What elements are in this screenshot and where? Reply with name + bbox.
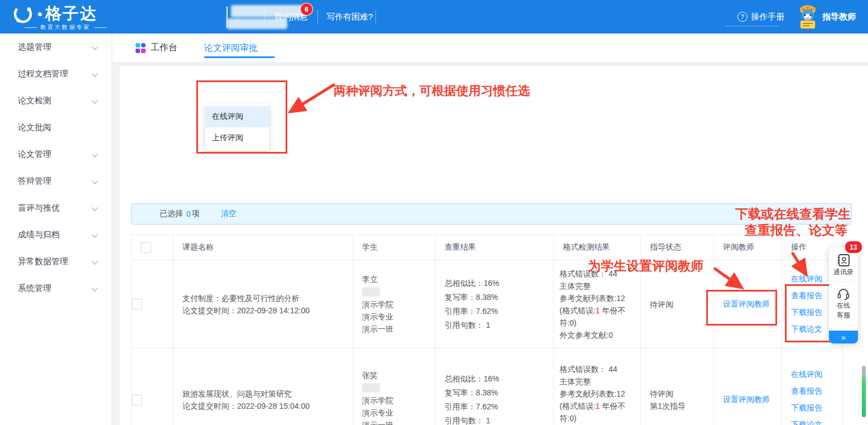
sidebar-item-topic-mgmt[interactable]: 选题管理: [0, 34, 112, 60]
tab-bar: 工作台 论文评阅审批: [112, 34, 868, 63]
logo-icon: [11, 2, 35, 26]
sidebar-item-grades-archive[interactable]: 成绩与归档: [0, 221, 112, 248]
divider: [317, 10, 318, 23]
dup-line: 引用率：7.62%: [445, 400, 553, 414]
selected-suffix: 项: [192, 209, 200, 219]
online-review-link[interactable]: 在线评阅: [791, 370, 842, 380]
col-dup-result: 查重结果: [436, 235, 554, 260]
sidebar-item-paper-check[interactable]: 论文检测: [0, 87, 112, 114]
headset-icon: [836, 286, 851, 301]
divider: [264, 10, 265, 23]
fmt-line: 外文参考文献:0: [560, 329, 640, 341]
tab-workbench[interactable]: 工作台: [136, 42, 177, 54]
view-report-link[interactable]: 查看报告: [791, 386, 842, 397]
fmt-line: 主体完整: [560, 280, 640, 292]
select-all-checkbox[interactable]: [141, 242, 151, 253]
floating-tool-panel: 通讯录 在线 客服 »: [829, 247, 858, 343]
student-major: 演示专业: [362, 407, 435, 419]
dup-line: 总相似比：16%: [445, 276, 553, 290]
tab-paper-review-approval[interactable]: 论文评阅审批: [204, 42, 258, 54]
logo-tagline: 教育大数据专家: [21, 23, 110, 31]
option-upload-review[interactable]: 上传评阅: [205, 127, 269, 149]
col-student: 学生: [353, 235, 436, 260]
dup-line: 引用句数： 1: [445, 414, 553, 425]
col-format-result: 格式检测结果: [554, 235, 641, 260]
clear-selection-link[interactable]: 清空: [221, 209, 237, 219]
manual-link[interactable]: ? 操作手册: [737, 0, 784, 34]
row-checkbox[interactable]: [132, 299, 142, 309]
sidebar-item-blind-review[interactable]: 盲评与推优: [0, 194, 112, 221]
download-paper-link[interactable]: 下载论文: [791, 420, 842, 425]
sidebar-item-abnormal-data[interactable]: 异常数据管理: [0, 248, 112, 275]
row-checkbox[interactable]: [132, 395, 142, 405]
student-college: 演示学院: [362, 298, 435, 311]
chevron-down-icon: [91, 97, 98, 103]
fmt-line: 主体完整: [560, 375, 640, 388]
panel-expand-button[interactable]: »: [829, 331, 858, 343]
col-reviewer: 评阅教师: [714, 235, 782, 260]
question-circle-icon: ?: [737, 12, 748, 22]
table-row: 支付制度：必要性及可行性的分析 论文提交时间：2022-09-28 14:12:…: [132, 260, 843, 348]
screen: 格子达 教育大数据专家 我的消息 6 写作有困难? ? 操作手册: [0, 0, 868, 425]
col-guide-status: 指导状态: [641, 235, 714, 260]
results-table: 课题名称 学生 查重结果 格式检测结果 指导状态 评阅教师 操作 支付制度：必要…: [131, 235, 842, 425]
sidebar-item-process-doc-mgmt[interactable]: 过程文档管理: [0, 60, 112, 87]
top-header: 格子达 教育大数据专家 我的消息 6 写作有困难? ? 操作手册: [0, 0, 868, 34]
submit-time: 论文提交时间：2022-09-28 14:12:00: [182, 304, 353, 317]
selected-prefix: 已选择: [160, 209, 183, 219]
dup-line: 引用率：7.62%: [445, 304, 553, 318]
chevron-down-icon: [91, 285, 98, 291]
fmt-line: 参考文献列表数:12: [560, 388, 640, 400]
divider: [375, 10, 376, 23]
messages-count-badge: 6: [300, 3, 313, 16]
fmt-line: 格式错误数： 44: [560, 363, 640, 375]
option-online-review[interactable]: 在线评阅: [205, 106, 269, 127]
guide-status: 待评阅: [650, 298, 713, 311]
chevron-down-icon: [91, 70, 98, 77]
dup-line: 总相似比：16%: [445, 372, 553, 386]
sidebar-item-paper-mgmt[interactable]: 论文管理: [0, 141, 112, 168]
dup-line: 引用句数： 1: [445, 318, 553, 332]
set-reviewer-link[interactable]: 设置评阅教师: [723, 395, 770, 404]
scrollbar-thumb[interactable]: [862, 366, 866, 417]
blurred-student-id: [362, 383, 380, 393]
sidebar-item-paper-review[interactable]: 论文批阅: [0, 114, 112, 141]
writing-help-link[interactable]: 写作有困难?: [326, 0, 373, 34]
fmt-line: 参考文献列表数:12: [560, 292, 640, 304]
fmt-line: (格式错误:1 年份不符:0): [560, 400, 640, 424]
guide-status: 第1次指导: [650, 400, 713, 412]
col-topic-name: 课题名称: [173, 235, 353, 260]
table-header-row: 课题名称 学生 查重结果 格式检测结果 指导状态 评阅教师 操作: [132, 235, 843, 260]
review-mode-dropdown: 在线评阅 上传评阅: [205, 104, 269, 151]
panel-count-badge: 13: [844, 240, 863, 254]
sidebar-item-system-mgmt[interactable]: 系统管理: [0, 275, 112, 302]
contacts-book-icon: [836, 253, 851, 268]
student-name: 张笑: [362, 369, 435, 381]
chevron-down-icon: [91, 44, 98, 50]
selected-count: 0: [186, 209, 191, 218]
download-report-link[interactable]: 下载报告: [791, 403, 842, 413]
online-service-entry[interactable]: 在线 客服: [829, 286, 858, 320]
guide-status: 待评阅: [650, 388, 713, 400]
selection-info-bar: 已选择 0 项 清空: [131, 203, 852, 225]
student-class: 演示一班: [362, 419, 435, 425]
active-tab-underline: [204, 56, 274, 58]
contacts-entry[interactable]: 通讯录: [829, 253, 858, 277]
sidebar-item-defense-mgmt[interactable]: 答辩管理: [0, 168, 112, 194]
set-reviewer-link[interactable]: 设置评阅教师: [723, 299, 770, 308]
fmt-line: 格式错误数： 44: [560, 268, 640, 280]
chevron-down-icon: [91, 178, 98, 184]
student-name: 李立: [362, 273, 435, 285]
fmt-line: (格式错误:1 年份不符:0): [560, 304, 640, 329]
chevron-down-icon: [91, 231, 98, 237]
student-class: 演示一班: [362, 323, 435, 335]
dup-line: 复写率：8.38%: [445, 290, 553, 304]
guide-teacher-entry[interactable]: 指导教师: [797, 0, 856, 34]
chevron-down-icon: [91, 204, 98, 211]
workbench-grid-icon: [136, 43, 146, 53]
dup-line: 复写率：8.38%: [445, 386, 553, 400]
chevron-down-icon: [91, 258, 98, 264]
topic-title: 旅游发展现状、问题与对策研究: [182, 388, 353, 400]
logo-title: 格子达: [45, 3, 97, 25]
app-logo[interactable]: 格子达: [11, 2, 97, 26]
